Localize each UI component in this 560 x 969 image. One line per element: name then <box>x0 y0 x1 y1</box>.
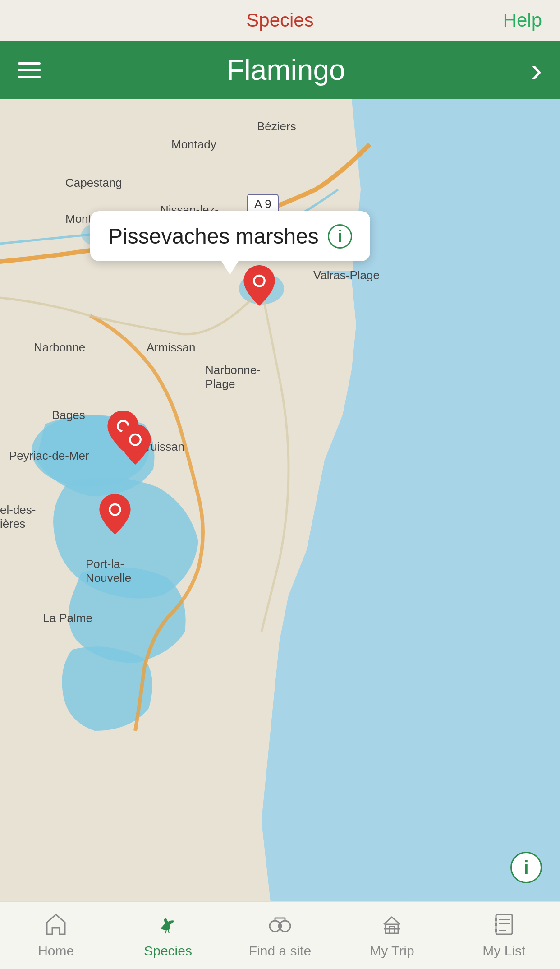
svg-point-9 <box>131 435 139 444</box>
svg-line-13 <box>165 930 166 933</box>
svg-rect-30 <box>495 923 497 926</box>
svg-rect-22 <box>389 926 395 933</box>
tab-my-list-label: My List <box>482 943 525 959</box>
map-pin-1[interactable] <box>243 265 275 308</box>
svg-rect-31 <box>495 929 497 932</box>
tab-home[interactable]: Home <box>0 902 112 969</box>
tab-find-site[interactable]: Find a site <box>224 902 336 969</box>
green-header: Flamingo › <box>0 41 560 99</box>
tooltip-info-button[interactable]: i <box>328 224 352 249</box>
svg-point-11 <box>110 505 119 514</box>
svg-rect-17 <box>278 924 282 928</box>
tab-my-list[interactable]: My List <box>448 902 560 969</box>
svg-line-14 <box>168 930 169 933</box>
map-pin-3[interactable] <box>119 424 151 466</box>
tab-my-trip-label: My Trip <box>370 943 414 959</box>
species-title: Flamingo <box>226 53 345 87</box>
tab-my-trip[interactable]: My Trip <box>336 902 448 969</box>
svg-rect-24 <box>496 914 512 934</box>
my-trip-icon <box>380 913 404 940</box>
top-bar: Species Help <box>0 0 560 41</box>
species-bird-icon <box>156 913 180 940</box>
location-tooltip: Pissevaches marshes i <box>90 211 370 261</box>
tab-home-label: Home <box>38 943 74 959</box>
svg-point-5 <box>255 277 263 285</box>
tooltip-location-name: Pissevaches marshes <box>108 224 319 249</box>
map-area[interactable]: Béziers Montady Capestang Montels Nissan… <box>0 99 560 901</box>
help-nav-label[interactable]: Help <box>503 9 542 31</box>
map-pin-4[interactable] <box>99 494 131 536</box>
svg-rect-29 <box>495 918 497 921</box>
tab-find-site-label: Find a site <box>249 943 311 959</box>
home-icon <box>44 913 68 940</box>
tab-species[interactable]: Species <box>112 902 224 969</box>
map-info-button[interactable]: i <box>510 852 542 883</box>
hamburger-menu[interactable] <box>18 62 41 78</box>
binoculars-icon <box>268 913 292 940</box>
svg-point-12 <box>164 918 167 921</box>
my-list-icon <box>492 913 516 940</box>
tab-bar: Home Species <box>0 901 560 969</box>
species-nav-label[interactable]: Species <box>246 9 313 31</box>
next-chevron-icon[interactable]: › <box>531 51 542 88</box>
tab-species-label: Species <box>144 943 192 959</box>
